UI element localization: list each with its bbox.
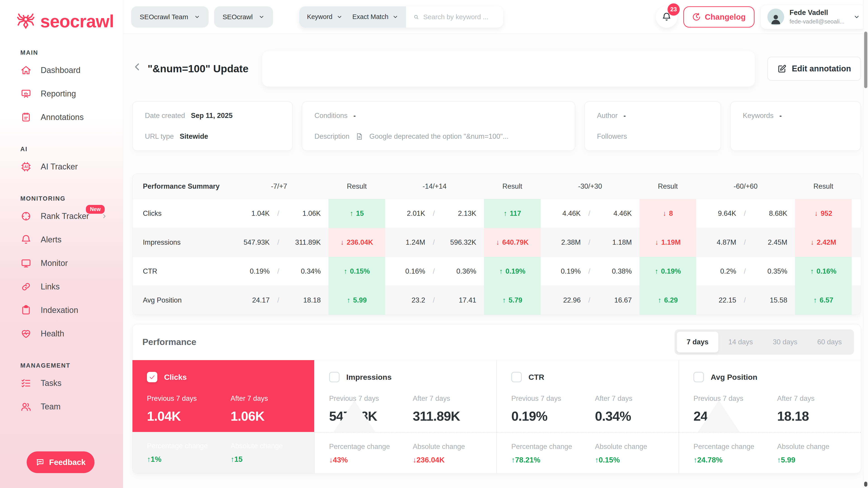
period-value: 18.18 [777,409,861,424]
user-email: fede-vadell@seoali... [789,18,844,25]
before-value: 4.46K [562,209,581,218]
team-selector[interactable]: SEOcrawl Team [131,6,209,28]
sidebar-item-ai-tracker[interactable]: AIAI Tracker [0,155,123,178]
after-value: 2.45M [753,238,787,247]
edit-annotation-button[interactable]: Edit annotation [767,57,861,80]
sidebar-item-team[interactable]: Team [0,395,123,418]
change-value: ↑78.21% [511,456,595,464]
sidebar-item-links[interactable]: Links [0,275,123,298]
metric-toggle-avg-position[interactable]: Avg Position [693,372,861,382]
metric-card-title: Avg Position [711,373,757,382]
info-row-followers: Followers [597,132,708,140]
user-menu[interactable]: Fede Vadell fede-vadell@seoali... [761,5,867,29]
change-label: Percentage change [693,443,777,451]
period-label: After 7 days [413,394,496,402]
info-value: - [353,111,355,120]
info-label: Conditions [314,111,347,120]
sidebar-item-dashboard[interactable]: Dashboard [0,59,123,82]
person-icon [769,12,782,25]
bell-icon [20,234,32,246]
chat-icon [35,458,44,467]
match-type-dropdown[interactable]: Exact Match [350,6,406,28]
tab-14-days[interactable]: 14 days [718,332,763,352]
sidebar-item-rank-tracker[interactable]: Rank TrackerNew [0,204,123,228]
arrow-up-icon: ↑ [502,296,506,304]
result-cell: ↑5.79 [484,286,541,315]
info-label: URL type [145,132,174,140]
info-card-conditions: Conditions-DescriptionGoogle deprecated … [302,101,575,151]
sidebar-item-annotations[interactable]: Annotations [0,105,123,129]
arrow-down-icon: ↓ [811,238,814,247]
notifications-button[interactable]: 23 [656,6,677,28]
sidebar-item-tasks[interactable]: Tasks [0,371,123,395]
result-value: 952 [820,209,832,218]
arrow-down-icon: ↓ [663,209,666,218]
scrollbar-thumb[interactable] [864,32,867,88]
sidebar-item-label: Alerts [41,235,61,245]
sidebar-item-indexation[interactable]: Indexation [0,298,123,322]
vertical-scrollbar[interactable] [863,0,868,488]
value-cell: 9.64K/8.68K [696,209,795,218]
table-row-avg-position: Avg Position24.17/18.18↑5.9923.2/17.41↑5… [132,286,861,315]
document-icon [355,132,364,140]
performance-summary-table: Performance Summary-7/+7Result-14/+14Res… [132,173,861,315]
sidebar-item-reporting[interactable]: Reporting [0,82,123,105]
tab-60-days[interactable]: 60 days [807,332,852,352]
chevron-down-icon [194,14,200,20]
result-value: 2.42M [817,238,836,247]
period-value: 311.89K [413,409,496,424]
sidebar-item-label: Dashboard [41,66,81,75]
checkbox-unchecked[interactable] [511,372,522,382]
project-selector-label: SEOcrawl [223,13,253,21]
search-type-dropdown[interactable]: Keyword [299,6,350,28]
svg-text:AI: AI [24,165,28,169]
arrow-up-icon: ↑ [350,209,353,218]
search-input-wrap [406,6,503,28]
notepad-icon [20,111,32,123]
scrollbar-bottom-arrow[interactable] [864,482,867,487]
metric-card-top: ImpressionsPrevious 7 days547.93KAfter 7… [315,360,496,432]
check-icon [149,374,156,381]
sidebar-item-label: Links [41,282,60,291]
feedback-button[interactable]: Feedback [27,451,94,473]
period-label: Previous 7 days [147,394,230,402]
chart-notch [698,400,740,432]
tab-7-days[interactable]: 7 days [677,332,719,352]
edit-annotation-label: Edit annotation [792,64,851,73]
back-button[interactable] [132,62,146,75]
sidebar-item-alerts[interactable]: Alerts [0,228,123,252]
metric-toggle-ctr[interactable]: CTR [511,372,679,382]
period-tabs: 7 days14 days30 days60 days [675,329,854,355]
sidebar-item-monitor[interactable]: Monitor [0,252,123,275]
presentation-icon [20,88,32,99]
chevron-left-icon [132,62,142,72]
checkbox-checked[interactable] [147,372,157,382]
logo[interactable]: seocrawl [0,0,123,33]
change-label: Absolute change [230,442,314,450]
table-row-impressions: Impressions547.93K/311.89K↓236.04K1.24M/… [132,228,861,257]
checkbox-unchecked[interactable] [693,372,704,382]
project-selector[interactable]: SEOcrawl [214,6,273,28]
sidebar-item-label: Health [41,329,64,338]
info-row-url-type: URL typeSitewide [145,132,280,140]
info-row-keywords: Keywords- [743,111,848,120]
sidebar-item-health[interactable]: Health [0,322,123,346]
metric-toggle-clicks[interactable]: Clicks [147,372,314,382]
feedback-label: Feedback [49,458,86,467]
before-value: 23.2 [412,296,425,304]
slash-divider: / [736,296,753,304]
checklist-icon [20,378,32,389]
search-input[interactable] [423,13,495,21]
before-value: 22.15 [719,296,736,304]
before-value: 0.16% [405,267,425,275]
tab-30-days[interactable]: 30 days [763,332,807,352]
chart-notch [334,400,375,432]
checkbox-unchecked[interactable] [329,372,340,382]
metric-toggle-impressions[interactable]: Impressions [329,372,496,382]
value-cell: 0.2%/0.35% [696,267,795,275]
sidebar-item-label: Monitor [41,258,68,268]
clipboard-icon [20,304,32,316]
arrow-down-icon: ↓ [340,238,344,247]
changelog-button[interactable]: Changelog [683,6,754,28]
sidebar-item-label: Reporting [41,89,76,98]
